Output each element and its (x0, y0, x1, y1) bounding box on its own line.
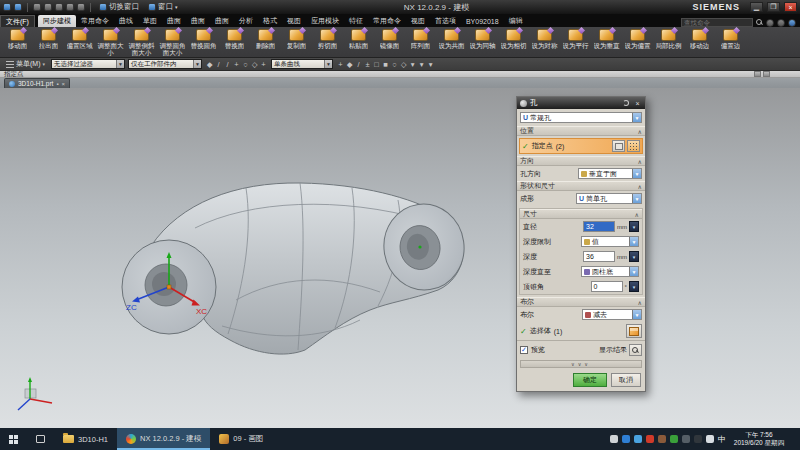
save-icon[interactable] (14, 3, 22, 11)
ribbon-button-23[interactable]: 偏置边 (715, 29, 746, 49)
task-view-button[interactable] (27, 428, 54, 450)
render-style-icon[interactable]: ▾ (408, 59, 417, 69)
snap-center-icon[interactable]: ○ (241, 59, 250, 69)
ribbon-button-4[interactable]: 调整倒斜面大小 (126, 29, 157, 56)
pan-icon[interactable]: ○ (390, 59, 399, 69)
help-icon[interactable] (788, 19, 796, 27)
ribbon-button-13[interactable]: 阵列面 (405, 29, 436, 49)
tray-app5-icon[interactable] (670, 435, 678, 443)
ribbon-button-18[interactable]: 设为平行 (560, 29, 591, 49)
fullscreen-icon[interactable] (766, 19, 774, 27)
ime-indicator[interactable]: 中 (718, 434, 726, 445)
section-direction[interactable]: 方向∧ (517, 156, 645, 166)
dim-value-field[interactable]: 32 (583, 221, 615, 232)
ribbon-button-0[interactable]: 移动面 (2, 29, 33, 49)
tray-app2-icon[interactable] (622, 435, 630, 443)
ribbon-button-14[interactable]: 设为共面 (436, 29, 467, 49)
tab-14[interactable]: 视图 (406, 15, 430, 27)
ribbon-button-21[interactable]: 局部比例 (653, 29, 684, 49)
cut-icon[interactable] (55, 3, 63, 11)
dialog-collapse-bar[interactable]: ∨∨∨ (520, 360, 642, 368)
graphics-area[interactable]: ZC XC (0, 88, 800, 428)
snap-endpoint-icon[interactable]: / (214, 59, 223, 69)
switch-window-button[interactable]: 切换窗口 (96, 2, 142, 12)
tab-16[interactable]: BY092018 (461, 15, 504, 27)
taskbar-item-folder[interactable]: 3D10-H1 (54, 428, 117, 450)
ribbon-button-2[interactable]: 偏置区域 (64, 29, 95, 49)
snap-quadrant-icon[interactable]: ◇ (250, 59, 259, 69)
ribbon-button-17[interactable]: 设为对称 (529, 29, 560, 49)
tab-9[interactable]: 格式 (258, 15, 282, 27)
ribbon-button-12[interactable]: 镜像面 (374, 29, 405, 49)
tab-6[interactable]: 曲面 (186, 15, 210, 27)
undo-icon[interactable] (33, 3, 41, 11)
ribbon-button-5[interactable]: 调整圆角面大小 (157, 29, 188, 56)
tray-app3-icon[interactable] (646, 435, 654, 443)
ribbon-button-9[interactable]: 复制面 (281, 29, 312, 49)
section-dimensions[interactable]: 尺寸∧ (520, 209, 642, 219)
reset-icon[interactable] (621, 99, 630, 108)
taskbar-item-nx[interactable]: NX 12.0.2.9 - 建模 (117, 428, 210, 450)
formula-dropdown-button[interactable]: ▾ (629, 281, 639, 292)
menu-button[interactable]: 菜单(M)▾ (3, 59, 48, 69)
hole-direction-combo[interactable]: 垂直于面 ▼ (578, 168, 642, 179)
new-icon[interactable] (3, 3, 11, 11)
ribbon-button-8[interactable]: 删除面 (250, 29, 281, 49)
dim-combo[interactable]: 圆柱底▼ (581, 266, 639, 277)
section-boolean[interactable]: 布尔∧ (517, 297, 645, 307)
tab-3[interactable]: 曲线 (114, 15, 138, 27)
snap-intersection-icon[interactable]: + (232, 59, 241, 69)
tab-5[interactable]: 曲面 (162, 15, 186, 27)
command-search-input[interactable] (681, 18, 753, 27)
tab-15[interactable]: 首选项 (430, 15, 461, 27)
form-combo[interactable]: U 简单孔 ▼ (576, 193, 642, 204)
tab-0[interactable]: 文件(F) (0, 15, 35, 27)
point-dialog-button[interactable] (627, 140, 640, 152)
background-icon[interactable]: ▾ (417, 59, 426, 69)
ribbon-button-22[interactable]: 移动边 (684, 29, 715, 49)
clip-icon[interactable] (763, 71, 770, 77)
point-constructor-icon[interactable]: + (336, 59, 345, 69)
window-menu-button[interactable]: 窗口▾ (145, 2, 181, 12)
redo-icon[interactable] (44, 3, 52, 11)
part-model[interactable]: ZC XC (0, 88, 800, 428)
ribbon-button-11[interactable]: 粘贴面 (343, 29, 374, 49)
ribbon-button-10[interactable]: 剪切面 (312, 29, 343, 49)
select-body-row[interactable]: ✓ 选择体 (1) (517, 322, 645, 340)
tab-10[interactable]: 视图 (282, 15, 306, 27)
vector-icon[interactable]: / (354, 59, 363, 69)
ribbon-button-19[interactable]: 设为垂直 (591, 29, 622, 49)
ribbon-button-7[interactable]: 替换面 (219, 29, 250, 49)
close-button[interactable]: × (784, 2, 797, 12)
tray-shield-icon[interactable] (634, 435, 642, 443)
minimize-ribbon-icon[interactable] (777, 19, 785, 27)
dialog-title-bar[interactable]: 孔 × (517, 97, 645, 109)
formula-dropdown-button[interactable]: ▾ (629, 221, 639, 232)
minimize-button[interactable]: ▁ (750, 2, 763, 12)
specify-point-row[interactable]: ✓ 指定点 (2) (519, 138, 643, 154)
tray-app1-icon[interactable] (610, 435, 618, 443)
tab-7[interactable]: 曲面 (210, 15, 234, 27)
window-display-icon[interactable]: ▾ (426, 59, 435, 69)
sketch-section-button[interactable] (612, 140, 625, 152)
section-position[interactable]: 位置∧ (517, 126, 645, 136)
taskbar-clock[interactable]: 下午 7:56 2019/6/20 星期四 (730, 431, 788, 447)
dim-value-field[interactable]: 0 (591, 281, 623, 292)
tab-8[interactable]: 分析 (234, 15, 258, 27)
part-tab[interactable]: 3D10-H1.prt ▪ × (4, 78, 70, 88)
taskbar-item-paint[interactable]: 09 - 画图 (210, 428, 272, 450)
tab-13[interactable]: 常用命令 (368, 15, 406, 27)
csys-icon[interactable]: ± (363, 59, 372, 69)
hole-type-combo[interactable]: U 常规孔 ▼ (520, 112, 642, 123)
ribbon-button-1[interactable]: 拉出面 (33, 29, 64, 49)
tray-app4-icon[interactable] (658, 435, 666, 443)
tray-app6-icon[interactable] (682, 435, 690, 443)
formula-dropdown-button[interactable]: ▾ (629, 251, 639, 262)
copy-icon[interactable] (66, 3, 74, 11)
snap-enable-icon[interactable]: ◆ (205, 59, 214, 69)
section-shape[interactable]: 形状和尺寸∧ (517, 181, 645, 191)
fit-view-icon[interactable]: ■ (381, 59, 390, 69)
tab-11[interactable]: 应用模块 (306, 15, 344, 27)
preview-checkbox[interactable]: ✓ (520, 346, 528, 354)
selection-filter-combo[interactable]: 无选择过滤器▼ (51, 59, 125, 69)
